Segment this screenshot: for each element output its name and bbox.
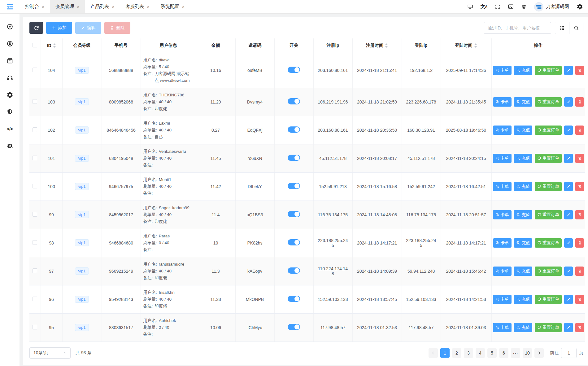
user-menu[interactable]: 刀客源码网	[534, 2, 569, 11]
edit-row-button[interactable]	[564, 267, 573, 276]
recharge-button[interactable]: 充值	[514, 126, 532, 135]
close-icon[interactable]: ×	[77, 5, 79, 9]
delete-row-button[interactable]	[575, 210, 584, 219]
edit-row-button[interactable]	[564, 182, 573, 191]
delete-row-button[interactable]	[575, 267, 584, 276]
page-button[interactable]: 3	[464, 348, 473, 358]
fullscreen-icon[interactable]	[495, 4, 500, 10]
edit-row-button[interactable]	[564, 238, 573, 248]
card-order-button[interactable]: 卡单	[493, 154, 512, 163]
enable-toggle[interactable]	[288, 239, 300, 245]
enable-toggle[interactable]	[288, 296, 300, 302]
delete-row-button[interactable]	[575, 154, 584, 163]
reset-orders-button[interactable]: 重置订单	[535, 323, 562, 332]
page-button[interactable]: 4	[476, 348, 485, 358]
translate-icon[interactable]: 文A	[481, 4, 487, 10]
prev-page-button[interactable]	[429, 348, 438, 358]
close-icon[interactable]: ×	[42, 5, 44, 9]
sidebar-item-code[interactable]: </>	[0, 120, 20, 137]
page-size-select[interactable]: 10条/页	[29, 347, 71, 359]
page-button[interactable]: 6	[499, 348, 508, 358]
close-icon[interactable]: ×	[147, 5, 150, 9]
reset-orders-button[interactable]: 重置订单	[535, 154, 562, 163]
delete-row-button[interactable]	[575, 323, 584, 332]
enable-toggle[interactable]	[288, 67, 300, 73]
row-checkbox[interactable]	[33, 127, 37, 132]
refresh-button[interactable]	[29, 22, 43, 34]
sidebar-item-users[interactable]	[0, 137, 20, 154]
enable-toggle[interactable]	[288, 324, 300, 330]
column-header[interactable]: 注册时间	[352, 38, 402, 53]
edit-row-button[interactable]	[564, 323, 573, 332]
recharge-button[interactable]: 充值	[514, 154, 532, 163]
card-order-button[interactable]: 卡单	[493, 182, 512, 191]
sidebar-item-dashboard[interactable]	[0, 18, 20, 35]
search-button[interactable]	[569, 22, 583, 34]
edit-row-button[interactable]	[564, 295, 573, 304]
card-order-button[interactable]: 卡单	[493, 295, 512, 304]
reset-orders-button[interactable]: 重置订单	[535, 238, 562, 248]
goto-page-input[interactable]	[561, 348, 577, 358]
topbar-tab[interactable]: 控制台 ×	[20, 0, 50, 13]
topbar-tab[interactable]: 客服列表 ×	[120, 0, 155, 13]
topbar-tab[interactable]: 会员管理 ×	[50, 0, 85, 13]
card-order-button[interactable]: 卡单	[493, 66, 512, 75]
reset-orders-button[interactable]: 重置订单	[535, 126, 562, 135]
sidebar-item-config[interactable]	[0, 86, 20, 103]
card-order-button[interactable]: 卡单	[493, 323, 512, 332]
sort-icon[interactable]	[53, 43, 56, 48]
card-order-button[interactable]: 卡单	[493, 267, 512, 276]
enable-toggle[interactable]	[288, 98, 300, 104]
delete-button[interactable]: 删除	[104, 22, 130, 34]
row-checkbox[interactable]	[33, 240, 37, 245]
enable-toggle[interactable]	[288, 211, 300, 217]
terminal-icon[interactable]	[508, 4, 514, 10]
page-button[interactable]: 1	[440, 348, 450, 358]
topbar-tab[interactable]: 产品列表 ×	[85, 0, 120, 13]
row-checkbox[interactable]	[33, 212, 37, 217]
delete-row-button[interactable]	[575, 97, 584, 107]
delete-row-button[interactable]	[575, 238, 584, 248]
row-checkbox[interactable]	[33, 156, 37, 160]
sidebar-collapse-button[interactable]	[0, 0, 20, 13]
topbar-tab[interactable]: 系统配置 ×	[155, 0, 190, 13]
row-checkbox[interactable]	[33, 297, 37, 301]
sort-icon[interactable]	[385, 43, 388, 48]
search-input[interactable]	[484, 22, 551, 34]
enable-toggle[interactable]	[288, 155, 300, 161]
enable-toggle[interactable]	[288, 183, 300, 189]
page-button[interactable]: 10	[523, 348, 532, 358]
card-order-button[interactable]: 卡单	[493, 97, 512, 107]
enable-toggle[interactable]	[288, 126, 300, 133]
delete-row-button[interactable]	[575, 126, 584, 135]
delete-row-button[interactable]	[575, 66, 584, 75]
recharge-button[interactable]: 充值	[514, 210, 532, 219]
select-all-checkbox[interactable]	[33, 43, 37, 47]
recharge-button[interactable]: 充值	[514, 238, 532, 248]
column-header[interactable]: ID	[41, 38, 62, 53]
card-order-button[interactable]: 卡单	[493, 126, 512, 135]
reset-orders-button[interactable]: 重置订单	[535, 182, 562, 191]
settings-gear-icon[interactable]	[577, 3, 583, 10]
page-button[interactable]: ···	[511, 348, 520, 358]
monitor-icon[interactable]	[467, 4, 473, 10]
reset-orders-button[interactable]: 重置订单	[535, 97, 562, 107]
trash-icon[interactable]	[521, 4, 527, 10]
recharge-button[interactable]: 充值	[514, 267, 532, 276]
page-button[interactable]: 5	[487, 348, 497, 358]
row-checkbox[interactable]	[33, 325, 37, 329]
sidebar-item-products[interactable]	[0, 52, 20, 69]
sidebar-item-members[interactable]	[0, 35, 20, 52]
edit-row-button[interactable]	[564, 154, 573, 163]
row-checkbox[interactable]	[33, 184, 37, 188]
grid-view-button[interactable]	[555, 22, 569, 34]
reset-orders-button[interactable]: 重置订单	[535, 66, 562, 75]
reset-orders-button[interactable]: 重置订单	[535, 267, 562, 276]
close-icon[interactable]: ×	[112, 5, 114, 9]
card-order-button[interactable]: 卡单	[493, 210, 512, 219]
edit-row-button[interactable]	[564, 97, 573, 107]
edit-button[interactable]: 编辑	[75, 22, 101, 34]
recharge-button[interactable]: 充值	[514, 97, 532, 107]
reset-orders-button[interactable]: 重置订单	[535, 295, 562, 304]
page-button[interactable]: 2	[452, 348, 461, 358]
